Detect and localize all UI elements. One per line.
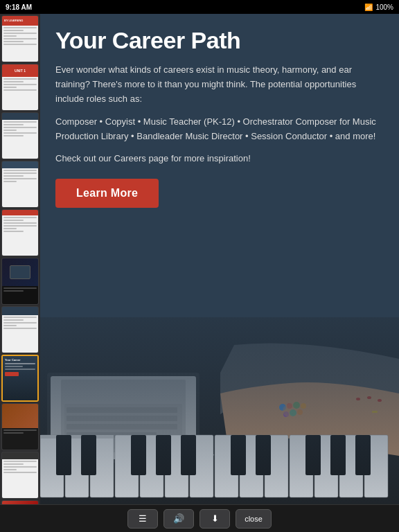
svg-rect-6 xyxy=(66,416,177,421)
sidebar-thumb-9[interactable] xyxy=(1,403,39,450)
svg-rect-40 xyxy=(131,435,146,475)
sidebar-thumb-4[interactable] xyxy=(1,161,39,208)
download-icon: ⬇ xyxy=(211,513,219,524)
content-area: Your Career Path Ever wonder what kinds … xyxy=(40,14,399,504)
sidebar-thumb-6[interactable] xyxy=(1,258,39,305)
svg-rect-45 xyxy=(305,435,321,475)
learn-more-button[interactable]: Learn More xyxy=(55,179,159,208)
close-label: close xyxy=(245,515,263,523)
download-button[interactable]: ⬇ xyxy=(200,509,230,529)
svg-point-16 xyxy=(283,400,324,421)
cta-text: Check out our Careers page for more insp… xyxy=(55,152,384,166)
careers-list: Composer • Copyist • Music Teacher (PK-1… xyxy=(55,115,384,144)
svg-rect-20 xyxy=(372,411,378,413)
scene-container xyxy=(40,317,399,504)
battery-label: 100% xyxy=(375,3,393,11)
sidebar-thumb-3[interactable] xyxy=(1,112,39,159)
status-right: 📶 100% xyxy=(364,3,393,11)
svg-rect-5 xyxy=(66,407,177,413)
svg-rect-44 xyxy=(256,435,271,475)
sidebar-thumb-7[interactable] xyxy=(1,306,39,353)
audio-icon: 🔊 xyxy=(173,513,184,524)
svg-rect-38 xyxy=(56,435,71,475)
sidebar-thumb-11[interactable]: LIGHT xyxy=(1,500,39,504)
svg-rect-7 xyxy=(66,424,177,429)
scene-svg xyxy=(40,317,399,504)
wifi-label: 📶 xyxy=(364,3,373,11)
audio-button[interactable]: 🔊 xyxy=(163,509,194,529)
svg-point-17 xyxy=(356,398,360,400)
svg-rect-41 xyxy=(156,435,171,475)
page-title: Your Career Path xyxy=(55,28,384,53)
sidebar: BY LEARNING UNIT 1 xyxy=(0,14,40,504)
status-bar: 9:18 AM 📶 100% xyxy=(0,0,399,14)
sidebar-thumb-5[interactable] xyxy=(1,209,39,256)
main-layout: BY LEARNING UNIT 1 xyxy=(0,14,399,504)
svg-rect-39 xyxy=(81,435,96,475)
sidebar-thumb-1[interactable]: BY LEARNING xyxy=(1,15,39,62)
svg-rect-46 xyxy=(330,435,346,475)
sidebar-thumb-10[interactable] xyxy=(1,452,39,499)
svg-rect-43 xyxy=(231,435,246,475)
svg-rect-42 xyxy=(181,435,196,475)
menu-button[interactable]: ☰ xyxy=(127,509,158,529)
sidebar-thumb-2[interactable]: UNIT 1 xyxy=(1,64,39,111)
menu-icon: ☰ xyxy=(139,513,147,524)
status-time: 9:18 AM xyxy=(6,3,32,11)
bottom-toolbar: ☰ 🔊 ⬇ close xyxy=(0,504,399,532)
svg-point-18 xyxy=(367,396,371,399)
close-button[interactable]: close xyxy=(236,509,272,529)
career-text-area: Your Career Path Ever wonder what kinds … xyxy=(40,14,399,222)
svg-point-19 xyxy=(378,399,382,402)
intro-text: Ever wonder what kinds of careers exist … xyxy=(55,63,384,106)
svg-rect-47 xyxy=(355,435,371,475)
sidebar-thumb-8-active[interactable]: Your Career xyxy=(1,355,39,402)
